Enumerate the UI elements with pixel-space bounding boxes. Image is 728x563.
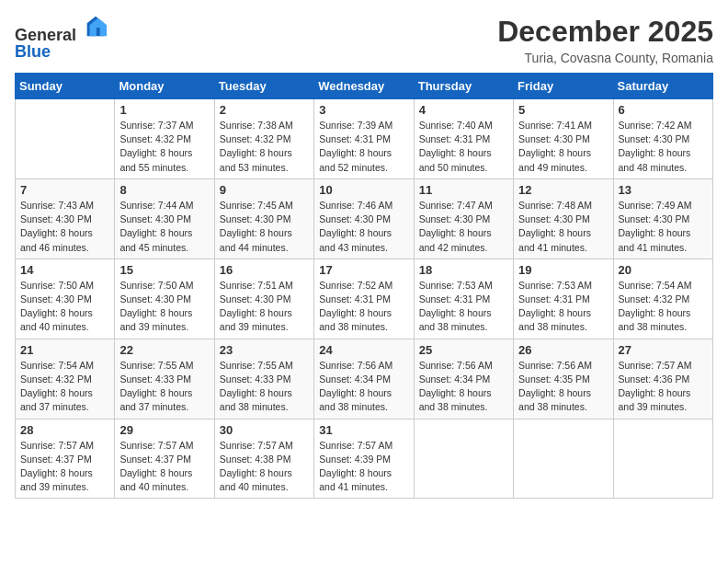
day-cell-10: 10Sunrise: 7:46 AMSunset: 4:30 PMDayligh… [314,178,414,259]
empty-cell [414,419,513,499]
day-cell-8: 8Sunrise: 7:44 AMSunset: 4:30 PMDaylight… [115,178,214,259]
day-number: 27 [619,343,708,357]
day-info: Sunrise: 7:37 AMSunset: 4:32 PMDaylight:… [119,119,209,175]
day-cell-30: 30Sunrise: 7:57 AMSunset: 4:38 PMDayligh… [214,419,313,499]
day-number: 20 [619,263,708,277]
day-number: 28 [20,423,109,437]
day-info: Sunrise: 7:57 AMSunset: 4:38 PMDaylight:… [220,439,309,495]
day-cell-19: 19Sunrise: 7:53 AMSunset: 4:31 PMDayligh… [514,259,613,339]
day-cell-17: 17Sunrise: 7:52 AMSunset: 4:31 PMDayligh… [314,259,414,339]
day-cell-6: 6Sunrise: 7:42 AMSunset: 4:30 PMDaylight… [613,99,712,179]
calendar-week-4: 21Sunrise: 7:54 AMSunset: 4:32 PMDayligh… [16,339,713,419]
day-cell-21: 21Sunrise: 7:54 AMSunset: 4:32 PMDayligh… [16,339,115,419]
day-info: Sunrise: 7:42 AMSunset: 4:30 PMDaylight:… [619,119,708,175]
day-cell-25: 25Sunrise: 7:56 AMSunset: 4:34 PMDayligh… [414,339,513,419]
day-number: 29 [119,423,209,437]
day-cell-5: 5Sunrise: 7:41 AMSunset: 4:30 PMDaylight… [514,99,613,179]
day-cell-13: 13Sunrise: 7:49 AMSunset: 4:30 PMDayligh… [613,178,712,259]
day-cell-23: 23Sunrise: 7:55 AMSunset: 4:33 PMDayligh… [214,339,313,419]
day-number: 11 [419,183,508,197]
day-number: 17 [319,263,408,277]
day-info: Sunrise: 7:56 AMSunset: 4:34 PMDaylight:… [419,359,508,415]
day-info: Sunrise: 7:38 AMSunset: 4:32 PMDaylight:… [220,119,309,175]
weekday-thursday: Thursday [414,74,513,99]
day-number: 6 [619,103,708,117]
day-info: Sunrise: 7:50 AMSunset: 4:30 PMDaylight:… [20,279,109,335]
day-number: 10 [319,183,408,197]
day-cell-27: 27Sunrise: 7:57 AMSunset: 4:36 PMDayligh… [613,339,712,419]
day-number: 21 [20,343,109,357]
day-cell-18: 18Sunrise: 7:53 AMSunset: 4:31 PMDayligh… [414,259,513,339]
day-info: Sunrise: 7:57 AMSunset: 4:36 PMDaylight:… [619,359,708,415]
day-number: 4 [419,103,508,117]
month-title: December 2025 [497,15,713,49]
calendar-week-3: 14Sunrise: 7:50 AMSunset: 4:30 PMDayligh… [16,259,713,339]
weekday-friday: Friday [514,74,613,99]
weekday-wednesday: Wednesday [314,74,414,99]
day-number: 7 [20,183,109,197]
weekday-tuesday: Tuesday [214,74,313,99]
day-info: Sunrise: 7:57 AMSunset: 4:37 PMDaylight:… [119,439,209,495]
day-number: 15 [119,263,209,277]
day-cell-24: 24Sunrise: 7:56 AMSunset: 4:34 PMDayligh… [314,339,414,419]
day-cell-3: 3Sunrise: 7:39 AMSunset: 4:31 PMDaylight… [314,99,414,179]
title-block: December 2025 Turia, Covasna County, Rom… [497,15,713,65]
day-info: Sunrise: 7:40 AMSunset: 4:31 PMDaylight:… [419,119,508,175]
weekday-monday: Monday [115,74,214,99]
day-number: 23 [220,343,309,357]
day-info: Sunrise: 7:51 AMSunset: 4:30 PMDaylight:… [220,279,309,335]
day-number: 14 [20,263,109,277]
day-number: 8 [119,183,209,197]
calendar-week-2: 7Sunrise: 7:43 AMSunset: 4:30 PMDaylight… [16,178,713,259]
day-cell-28: 28Sunrise: 7:57 AMSunset: 4:37 PMDayligh… [16,419,115,499]
day-info: Sunrise: 7:45 AMSunset: 4:30 PMDaylight:… [220,199,309,255]
calendar-body: 1Sunrise: 7:37 AMSunset: 4:32 PMDaylight… [16,99,713,499]
location-subtitle: Turia, Covasna County, Romania [497,51,713,65]
day-number: 16 [220,263,309,277]
day-info: Sunrise: 7:56 AMSunset: 4:34 PMDaylight:… [319,359,408,415]
day-info: Sunrise: 7:54 AMSunset: 4:32 PMDaylight:… [619,279,708,335]
day-cell-15: 15Sunrise: 7:50 AMSunset: 4:30 PMDayligh… [115,259,214,339]
day-info: Sunrise: 7:53 AMSunset: 4:31 PMDaylight:… [419,279,508,335]
day-number: 1 [119,103,209,117]
day-number: 9 [220,183,309,197]
day-number: 31 [319,423,408,437]
day-cell-22: 22Sunrise: 7:55 AMSunset: 4:33 PMDayligh… [115,339,214,419]
day-cell-29: 29Sunrise: 7:57 AMSunset: 4:37 PMDayligh… [115,419,214,499]
day-number: 26 [518,343,608,357]
day-cell-11: 11Sunrise: 7:47 AMSunset: 4:30 PMDayligh… [414,178,513,259]
day-cell-2: 2Sunrise: 7:38 AMSunset: 4:32 PMDaylight… [214,99,313,179]
day-cell-31: 31Sunrise: 7:57 AMSunset: 4:39 PMDayligh… [314,419,414,499]
day-number: 18 [419,263,508,277]
empty-cell [613,419,712,499]
day-number: 30 [220,423,309,437]
empty-cell [514,419,613,499]
day-number: 3 [319,103,408,117]
day-info: Sunrise: 7:52 AMSunset: 4:31 PMDaylight:… [319,279,408,335]
day-cell-9: 9Sunrise: 7:45 AMSunset: 4:30 PMDaylight… [214,178,313,259]
day-number: 22 [119,343,209,357]
day-number: 2 [220,103,309,117]
day-number: 5 [518,103,608,117]
day-cell-4: 4Sunrise: 7:40 AMSunset: 4:31 PMDaylight… [414,99,513,179]
calendar-week-5: 28Sunrise: 7:57 AMSunset: 4:37 PMDayligh… [16,419,713,499]
day-info: Sunrise: 7:41 AMSunset: 4:30 PMDaylight:… [518,119,608,175]
empty-cell [16,99,115,179]
weekday-header-row: SundayMondayTuesdayWednesdayThursdayFrid… [16,74,713,99]
logo-blue: Blue [15,42,51,61]
day-number: 25 [419,343,508,357]
day-info: Sunrise: 7:39 AMSunset: 4:31 PMDaylight:… [319,119,408,175]
day-info: Sunrise: 7:44 AMSunset: 4:30 PMDaylight:… [119,199,209,255]
day-info: Sunrise: 7:43 AMSunset: 4:30 PMDaylight:… [20,199,109,255]
weekday-sunday: Sunday [16,74,115,99]
calendar-week-1: 1Sunrise: 7:37 AMSunset: 4:32 PMDaylight… [16,99,713,179]
day-number: 12 [518,183,608,197]
day-cell-20: 20Sunrise: 7:54 AMSunset: 4:32 PMDayligh… [613,259,712,339]
day-info: Sunrise: 7:55 AMSunset: 4:33 PMDaylight:… [119,359,209,415]
day-cell-7: 7Sunrise: 7:43 AMSunset: 4:30 PMDaylight… [16,178,115,259]
day-number: 19 [518,263,608,277]
day-info: Sunrise: 7:57 AMSunset: 4:39 PMDaylight:… [319,439,408,495]
day-cell-26: 26Sunrise: 7:56 AMSunset: 4:35 PMDayligh… [514,339,613,419]
day-info: Sunrise: 7:49 AMSunset: 4:30 PMDaylight:… [619,199,708,255]
day-cell-16: 16Sunrise: 7:51 AMSunset: 4:30 PMDayligh… [214,259,313,339]
